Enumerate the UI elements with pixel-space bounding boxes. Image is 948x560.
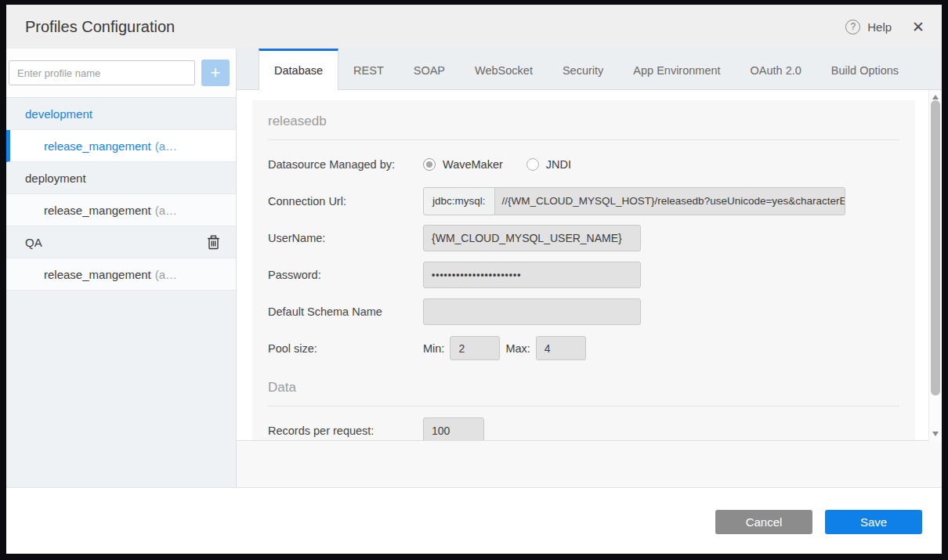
sidebar-item-release-mangement-qa[interactable]: release_mangement (a… xyxy=(6,258,236,291)
username-label: UserName: xyxy=(268,232,423,244)
profile-item-label: release_mangement xyxy=(44,204,151,217)
records-per-request-field[interactable] xyxy=(423,417,484,442)
pool-size-label: Pool size: xyxy=(268,342,423,355)
sidebar-item-development[interactable]: development xyxy=(6,98,236,130)
connection-url-row: Connection Url: jdbc:mysql: //{WM_CLOUD_… xyxy=(268,182,899,219)
cancel-button[interactable]: Cancel xyxy=(715,510,812,534)
password-row: Password: xyxy=(268,256,899,293)
section-title-releasedb: releasedb xyxy=(268,100,899,140)
connection-url-label: Connection Url: xyxy=(268,195,423,208)
connection-url-field[interactable]: //{WM_CLOUD_MYSQL_HOST}/releasedb?useUni… xyxy=(494,187,845,215)
vertical-scrollbar[interactable] xyxy=(928,90,942,441)
profile-item-label: release_mangement xyxy=(44,268,151,281)
profile-group-label: deployment xyxy=(25,172,86,185)
datasource-row: Datasource Managed by: WaveMaker JNDI xyxy=(268,146,899,182)
profile-item-suffix: (a… xyxy=(155,139,177,153)
sidebar-item-release-mangement-dev[interactable]: release_mangement (a… xyxy=(6,130,236,162)
close-icon[interactable]: ✕ xyxy=(912,20,924,34)
records-per-request-row: Records per request: xyxy=(268,412,899,441)
settings-tabbar: Database REST SOAP WebSocket Security Ap… xyxy=(237,49,942,90)
records-per-request-label: Records per request: xyxy=(268,425,423,437)
tab-oauth[interactable]: OAuth 2.0 xyxy=(736,49,816,89)
radio-jndi[interactable] xyxy=(526,158,539,171)
profile-create-row: + xyxy=(6,49,236,97)
pool-min-label: Min: xyxy=(423,342,444,355)
datasource-radio-group: WaveMaker JNDI xyxy=(423,158,571,171)
page-title: Profiles Configuration xyxy=(25,18,175,36)
password-field[interactable] xyxy=(423,262,641,288)
scroll-down-icon xyxy=(932,432,939,436)
tab-app-environment[interactable]: App Environment xyxy=(618,49,735,89)
database-tab-panel: releasedb Datasource Managed by: WaveMak… xyxy=(237,90,942,441)
username-row: UserName: xyxy=(268,219,899,256)
database-form-panel: releasedb Datasource Managed by: WaveMak… xyxy=(252,100,915,441)
tab-database[interactable]: Database xyxy=(259,49,338,90)
profile-group-label: development xyxy=(25,107,92,121)
datasource-label: Datasource Managed by: xyxy=(268,158,423,171)
save-button[interactable]: Save xyxy=(825,510,922,534)
connection-url-prefix: jdbc:mysql: xyxy=(423,187,495,215)
profile-name-input[interactable] xyxy=(9,60,195,85)
tab-rest[interactable]: REST xyxy=(338,49,399,89)
dialog-footer: Cancel Save xyxy=(6,487,942,554)
profiles-sidebar: + development release_mangement (a… depl… xyxy=(6,49,237,487)
profile-group-label: QA xyxy=(25,236,42,249)
screen-backdrop: Profiles Configuration ? Help ✕ + develo… xyxy=(0,0,948,560)
tab-websocket[interactable]: WebSocket xyxy=(460,49,548,89)
profile-list: development release_mangement (a… deploy… xyxy=(6,97,236,291)
profile-item-suffix: (a… xyxy=(155,268,177,281)
help-icon[interactable]: ? xyxy=(845,20,860,34)
tab-soap[interactable]: SOAP xyxy=(399,49,460,89)
radio-jndi-label[interactable]: JNDI xyxy=(546,158,571,171)
scrollbar-thumb[interactable] xyxy=(931,100,940,396)
tab-content-wrap: releasedb Datasource Managed by: WaveMak… xyxy=(237,90,942,487)
default-schema-row: Default Schema Name xyxy=(268,293,899,330)
sidebar-item-deployment[interactable]: deployment xyxy=(6,162,236,194)
section-title-data: Data xyxy=(268,367,899,406)
trash-icon[interactable] xyxy=(207,235,220,250)
username-field[interactable] xyxy=(423,225,641,251)
header-actions: ? Help ✕ xyxy=(845,20,924,34)
radio-wavemaker-label[interactable]: WaveMaker xyxy=(443,158,503,171)
tab-build-options[interactable]: Build Options xyxy=(816,49,914,89)
password-label: Password: xyxy=(268,269,423,281)
scroll-up-icon xyxy=(932,95,939,99)
default-schema-label: Default Schema Name xyxy=(268,305,423,318)
radio-wavemaker[interactable] xyxy=(423,158,436,171)
help-link[interactable]: Help xyxy=(867,20,892,34)
add-profile-button[interactable]: + xyxy=(201,60,230,86)
profile-item-label: release_mangement xyxy=(44,139,151,153)
dialog-body: + development release_mangement (a… depl… xyxy=(6,49,942,487)
dialog-header: Profiles Configuration ? Help ✕ xyxy=(6,5,942,49)
sidebar-item-qa[interactable]: QA xyxy=(6,226,236,258)
sidebar-item-release-mangement-deploy[interactable]: release_mangement (a… xyxy=(6,194,236,226)
pool-max-label: Max: xyxy=(505,342,530,355)
tab-security[interactable]: Security xyxy=(548,49,618,89)
profile-item-suffix: (a… xyxy=(155,204,177,217)
scroll-down-button[interactable] xyxy=(929,428,942,439)
pool-max-field[interactable] xyxy=(536,336,586,360)
profiles-configuration-dialog: Profiles Configuration ? Help ✕ + develo… xyxy=(6,5,942,554)
pool-min-field[interactable] xyxy=(450,336,500,360)
pool-size-row: Pool size: Min: Max: xyxy=(268,330,899,367)
profile-settings-area: Database REST SOAP WebSocket Security Ap… xyxy=(237,49,942,487)
default-schema-field[interactable] xyxy=(423,298,641,325)
